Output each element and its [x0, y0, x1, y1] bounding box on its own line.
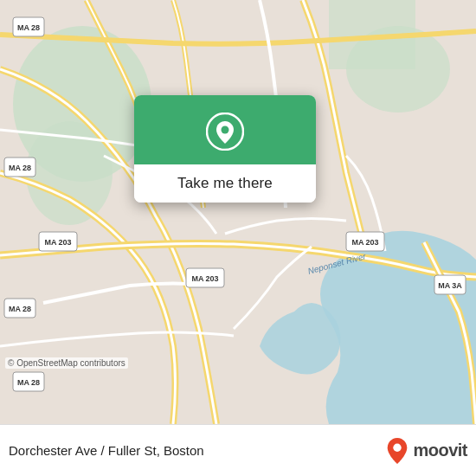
popup-button-area: Take me there — [134, 164, 316, 203]
svg-point-23 — [222, 126, 229, 134]
moovit-logo-text: moovit — [413, 441, 467, 460]
location-pin-icon — [206, 113, 244, 151]
popup-green-area — [134, 95, 316, 164]
svg-point-24 — [394, 443, 402, 451]
svg-text:MA 203: MA 203 — [44, 238, 71, 247]
svg-text:MA 3A: MA 3A — [438, 281, 462, 290]
location-text: Dorchester Ave / Fuller St, Boston — [9, 443, 204, 458]
bottom-bar: Dorchester Ave / Fuller St, Boston moovi… — [0, 424, 476, 476]
svg-text:MA 28: MA 28 — [17, 23, 40, 32]
svg-text:MA 28: MA 28 — [17, 378, 40, 387]
take-me-there-button[interactable]: Take me there — [177, 173, 273, 194]
svg-text:MA 203: MA 203 — [351, 238, 378, 247]
svg-text:MA 28: MA 28 — [9, 164, 31, 172]
popup-card: Take me there — [134, 95, 316, 203]
copyright-text: © OpenStreetMap contributors — [5, 357, 128, 369]
svg-text:MA 203: MA 203 — [191, 274, 218, 283]
map-container: MA 28 MA 28 MA 28 MA 28 MA 203 MA 203 MA… — [0, 0, 476, 424]
moovit-logo-pin — [385, 437, 409, 465]
svg-text:MA 28: MA 28 — [9, 305, 31, 313]
moovit-logo: moovit — [385, 437, 467, 465]
